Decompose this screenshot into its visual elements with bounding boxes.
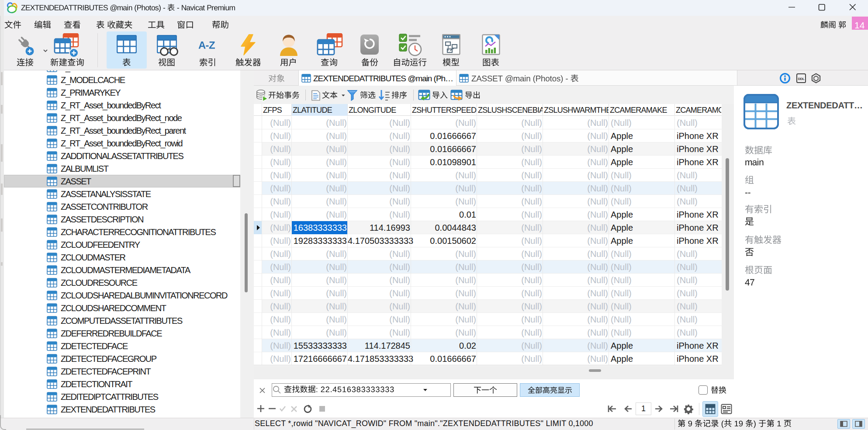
svg-text:DDL: DDL [798,77,805,81]
